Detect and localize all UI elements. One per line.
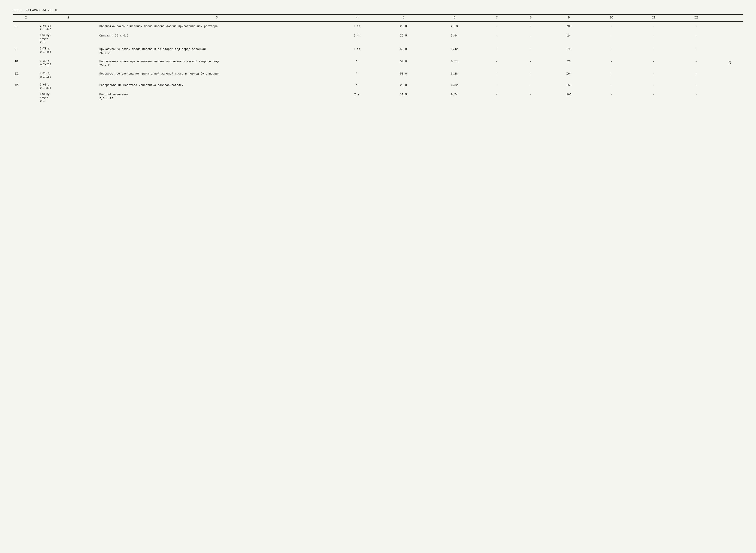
- col-header-12: I2: [675, 14, 717, 21]
- row-col-12: -: [675, 69, 717, 80]
- page-number-cell: [717, 81, 743, 91]
- row-number: 9.: [13, 45, 39, 56]
- row-col-9: I58: [548, 81, 590, 91]
- row-col-7: -: [480, 57, 514, 68]
- row-col-11: -: [632, 69, 675, 80]
- row-col-10: -: [590, 69, 633, 80]
- row-col-12: -: [675, 45, 717, 56]
- row-col-8: -: [514, 81, 547, 91]
- row-unit: I т: [335, 92, 378, 103]
- row-col-12: -: [675, 81, 717, 91]
- page-title: т.п.р. 4ТТ-03-4.84 ал. Ш: [13, 9, 743, 12]
- table-row: II.I-26,д № I-I89Перекрестное дискование…: [13, 69, 743, 80]
- page-number-cell: [717, 21, 743, 32]
- table-row: I2.I-6I,е № I-384Разбрасывание молотого …: [13, 81, 743, 91]
- row-col-7: -: [480, 81, 514, 91]
- row-description: Боронование почвы при появлении первых л…: [98, 57, 335, 68]
- page-number-cell: [717, 92, 743, 103]
- col-header-1: I: [13, 14, 39, 21]
- row-number: 10.: [13, 57, 39, 68]
- row-number: I2.: [13, 81, 39, 91]
- row-col-9: I64: [548, 69, 590, 80]
- row-col-6: I,42: [429, 45, 479, 56]
- col-header-10: IO: [590, 14, 633, 21]
- col-header-3: 3: [98, 14, 335, 21]
- row-col-11: -: [632, 33, 675, 45]
- col-header-5: 5: [378, 14, 429, 21]
- row-unit: ": [335, 57, 378, 68]
- row-description: Симазин: 25 х 0,5: [98, 33, 335, 45]
- row-code: I-32,д № I-232: [39, 57, 98, 68]
- row-col-8: -: [514, 69, 547, 80]
- row-col-10: -: [590, 33, 633, 45]
- row-unit: ": [335, 69, 378, 80]
- table-row: Кальку- ляция № IСимазин: 25 х 0,5I кгI2…: [13, 33, 743, 45]
- row-col-12: -: [675, 21, 717, 32]
- row-col-6: 28,3: [429, 21, 479, 32]
- page-number-cell: [717, 45, 743, 56]
- col-header-4: 4: [335, 14, 378, 21]
- row-col-6: 9,74: [429, 92, 479, 103]
- row-col-5: 50,0: [378, 57, 429, 68]
- row-description: Прикатывание почвы после посева и во вто…: [98, 45, 335, 56]
- row-col-5: 37,5: [378, 92, 429, 103]
- row-code: Кальку- ляция № I: [39, 92, 98, 103]
- col-header-9: 9: [548, 14, 590, 21]
- table-row: 9.I-73,д № I-455Прикатывание почвы после…: [13, 45, 743, 56]
- row-col-10: -: [590, 81, 633, 91]
- row-description: Разбрасывание молотого известняка разбра…: [98, 81, 335, 91]
- main-table: I 2 3 4 5 6 7 8 9 IO II I2 8.I-67,За № I…: [13, 14, 743, 103]
- row-col-7: -: [480, 92, 514, 103]
- row-col-9: 365: [548, 92, 590, 103]
- row-col-6: 6,32: [429, 81, 479, 91]
- row-col-8: -: [514, 21, 547, 32]
- row-col-10: -: [590, 21, 633, 32]
- row-description: Перекрестное дискование прикатанной зеле…: [98, 69, 335, 80]
- row-code: I-26,д № I-I89: [39, 69, 98, 80]
- table-row: 10.I-32,д № I-232Боронование почвы при п…: [13, 57, 743, 68]
- row-col-8: -: [514, 92, 547, 103]
- row-col-9: 24: [548, 33, 590, 45]
- row-col-8: -: [514, 33, 547, 45]
- row-col-5: I2,5: [378, 33, 429, 45]
- table-row: 8.I-67,За № I-427Обработка почвы симезин…: [13, 21, 743, 32]
- row-code: I-73,д № I-455: [39, 45, 98, 56]
- page-number-cell: [717, 69, 743, 80]
- col-header-8: 8: [514, 14, 547, 21]
- row-col-9: 26: [548, 57, 590, 68]
- row-number: II.: [13, 69, 39, 80]
- row-col-5: 25,0: [378, 21, 429, 32]
- col-header-11: II: [632, 14, 675, 21]
- col-header-extra: [717, 14, 743, 21]
- row-col-12: -: [675, 57, 717, 68]
- row-col-11: -: [632, 81, 675, 91]
- row-unit: I га: [335, 21, 378, 32]
- col-header-2: 2: [39, 14, 98, 21]
- row-col-6: I,94: [429, 33, 479, 45]
- row-col-10: -: [590, 92, 633, 103]
- row-col-8: -: [514, 57, 547, 68]
- row-col-10: -: [590, 57, 633, 68]
- row-col-5: 50,0: [378, 45, 429, 56]
- row-unit: ": [335, 81, 378, 91]
- page-number-cell: 27: [717, 57, 743, 68]
- row-unit: I кг: [335, 33, 378, 45]
- row-number: [13, 33, 39, 45]
- row-unit: I га: [335, 45, 378, 56]
- row-col-6: 3,28: [429, 69, 479, 80]
- row-description: Обработка почвы симезином после посева л…: [98, 21, 335, 32]
- row-code: Кальку- ляция № I: [39, 33, 98, 45]
- row-col-11: -: [632, 92, 675, 103]
- row-col-7: -: [480, 33, 514, 45]
- col-header-7: 7: [480, 14, 514, 21]
- row-col-8: -: [514, 45, 547, 56]
- row-code: I-6I,е № I-384: [39, 81, 98, 91]
- row-col-6: 0,5I: [429, 57, 479, 68]
- row-description: Молотый известняк I,5 х 25: [98, 92, 335, 103]
- row-col-11: -: [632, 21, 675, 32]
- row-col-12: -: [675, 33, 717, 45]
- table-row: Кальку- ляция № IМолотый известняк I,5 х…: [13, 92, 743, 103]
- row-col-12: -: [675, 92, 717, 103]
- row-col-11: -: [632, 45, 675, 56]
- row-col-9: 7I: [548, 45, 590, 56]
